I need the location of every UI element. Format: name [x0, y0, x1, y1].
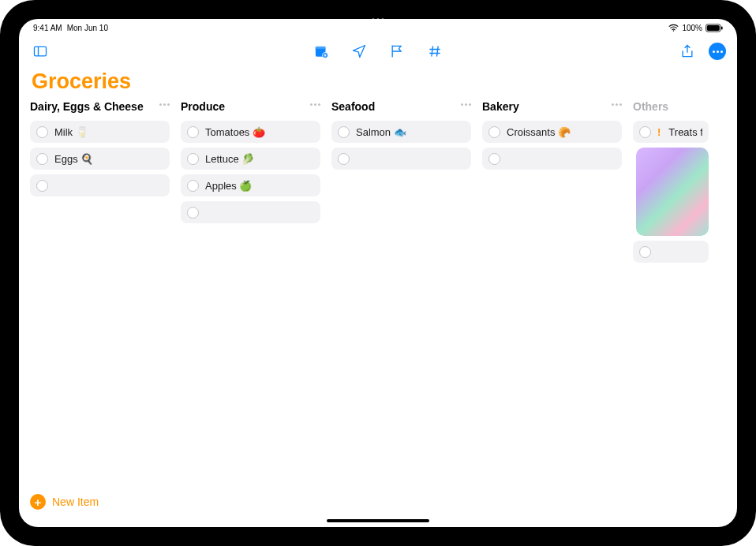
column: Others!Treats for t	[633, 100, 709, 521]
column-title: Dairy, Eggs & Cheese	[30, 100, 144, 114]
new-reminder-row[interactable]	[633, 241, 709, 263]
reminder-text: Tomatoes 🍅	[205, 126, 265, 138]
column-items: Tomatoes 🍅Lettuce 🥬Apples 🍏	[181, 121, 320, 223]
column-header: Produce	[181, 100, 320, 116]
reminder-text: Treats for t	[668, 126, 702, 138]
new-item-label: New Item	[52, 496, 99, 508]
column-items: Salmon 🐟	[331, 121, 471, 170]
content-area: Groceries Dairy, Eggs & CheeseMilk 🥛Eggs…	[19, 68, 737, 527]
column: ProduceTomatoes 🍅Lettuce 🥬Apples 🍏	[181, 100, 320, 521]
reminder-item[interactable]: Croissants 🥐	[482, 121, 622, 143]
wifi-icon	[668, 24, 679, 32]
svg-rect-7	[316, 47, 326, 49]
column-title: Seafood	[331, 100, 375, 114]
new-reminder-row[interactable]	[331, 148, 471, 170]
column-header: Others	[633, 100, 709, 116]
complete-radio[interactable]	[338, 126, 350, 138]
location-button[interactable]	[349, 41, 369, 62]
reminder-item[interactable]: Tomatoes 🍅	[181, 121, 320, 143]
screen: 9:41 AM Mon Jun 10 100%	[19, 19, 737, 527]
svg-rect-3	[721, 26, 723, 29]
column-items: !Treats for t	[633, 121, 709, 263]
svg-rect-2	[707, 25, 720, 31]
column-more-button[interactable]	[310, 100, 320, 106]
column-title: Others	[633, 100, 668, 114]
share-button[interactable]	[677, 41, 698, 62]
reminder-text: Salmon 🐟	[356, 126, 406, 138]
list-title: Groceries	[32, 69, 726, 94]
status-battery-text: 100%	[682, 24, 702, 32]
reminder-text: Lettuce 🥬	[205, 153, 254, 165]
new-reminder-row[interactable]	[482, 148, 622, 170]
new-reminder-row[interactable]	[30, 174, 170, 196]
column-header: Seafood	[331, 100, 471, 116]
column: SeafoodSalmon 🐟	[331, 100, 471, 521]
reminder-item[interactable]: Salmon 🐟	[331, 121, 471, 143]
more-button[interactable]	[709, 43, 726, 60]
reminder-text: Milk 🥛	[54, 126, 88, 138]
ipad-frame: 9:41 AM Mon Jun 10 100%	[0, 0, 756, 546]
battery-icon	[705, 24, 723, 32]
reminder-image-attachment[interactable]	[636, 148, 709, 236]
svg-line-12	[437, 46, 439, 56]
column: BakeryCroissants 🥐	[482, 100, 622, 521]
status-time: 9:41 AM	[33, 24, 62, 32]
complete-radio[interactable]	[36, 180, 48, 192]
complete-radio[interactable]	[187, 126, 199, 138]
column-header: Bakery	[482, 100, 622, 116]
column-more-button[interactable]	[612, 100, 622, 106]
svg-point-0	[673, 30, 675, 32]
home-indicator[interactable]	[327, 519, 429, 522]
new-item-button[interactable]: + New Item	[30, 494, 99, 510]
complete-radio[interactable]	[488, 153, 500, 165]
board[interactable]: Dairy, Eggs & CheeseMilk 🥛Eggs 🍳ProduceT…	[30, 100, 726, 521]
column-header: Dairy, Eggs & Cheese	[30, 100, 170, 116]
complete-radio[interactable]	[639, 126, 651, 138]
complete-radio[interactable]	[187, 153, 199, 165]
column-items: Milk 🥛Eggs 🍳	[30, 121, 170, 196]
complete-radio[interactable]	[187, 207, 199, 219]
complete-radio[interactable]	[639, 246, 651, 258]
column-items: Croissants 🥐	[482, 121, 622, 170]
svg-rect-4	[35, 47, 47, 56]
reminder-item[interactable]: Milk 🥛	[30, 121, 170, 143]
svg-line-11	[432, 46, 433, 56]
reminder-item[interactable]: Lettuce 🥬	[181, 148, 320, 170]
complete-radio[interactable]	[36, 126, 48, 138]
status-bar: 9:41 AM Mon Jun 10 100%	[19, 19, 737, 35]
column-more-button[interactable]	[159, 100, 170, 106]
flag-button[interactable]	[387, 41, 407, 62]
complete-radio[interactable]	[488, 126, 500, 138]
complete-radio[interactable]	[338, 153, 350, 165]
column-title: Bakery	[482, 100, 519, 114]
priority-badge: !	[657, 126, 661, 138]
column: Dairy, Eggs & CheeseMilk 🥛Eggs 🍳	[30, 100, 170, 521]
calendar-add-button[interactable]	[311, 41, 331, 62]
reminder-text: Eggs 🍳	[54, 153, 93, 165]
column-title: Produce	[181, 100, 225, 114]
reminder-item[interactable]: Eggs 🍳	[30, 148, 170, 170]
reminder-text: Croissants 🥐	[507, 126, 571, 138]
sidebar-toggle-button[interactable]	[30, 41, 51, 62]
plus-icon: +	[30, 494, 46, 510]
reminder-item[interactable]: Apples 🍏	[181, 174, 320, 196]
reminder-item[interactable]: !Treats for t	[633, 121, 709, 143]
reminder-text: Apples 🍏	[205, 180, 252, 192]
complete-radio[interactable]	[36, 153, 48, 165]
tag-button[interactable]	[425, 41, 445, 62]
complete-radio[interactable]	[187, 180, 199, 192]
toolbar	[19, 35, 737, 68]
new-reminder-row[interactable]	[181, 201, 320, 223]
column-more-button[interactable]	[461, 100, 471, 106]
status-date: Mon Jun 10	[67, 24, 108, 32]
